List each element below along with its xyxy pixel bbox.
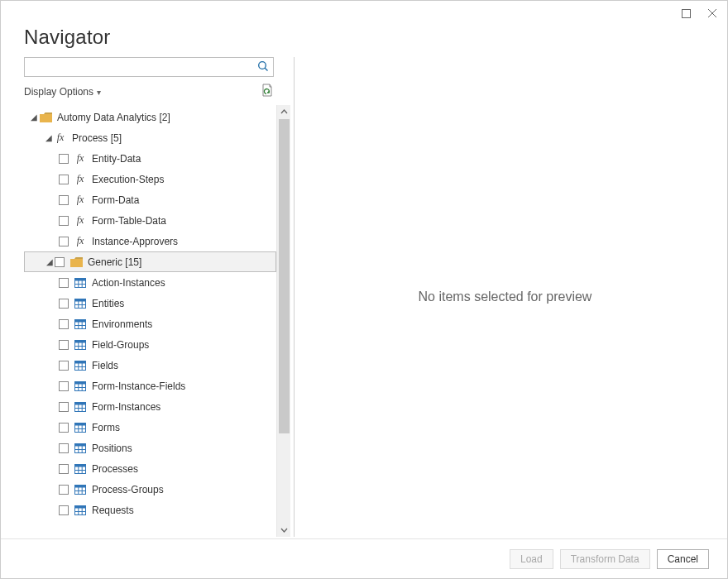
folder-icon [39, 111, 52, 124]
svg-rect-53 [75, 464, 86, 467]
tree-node-label: Process [5] [72, 132, 122, 144]
search-input[interactable] [24, 57, 274, 77]
tree-node-label: Form-Instance-Fields [92, 380, 185, 392]
fx-icon: fx [74, 194, 87, 207]
table-icon [74, 400, 87, 414]
folder-icon [69, 256, 83, 269]
checkbox[interactable] [59, 278, 69, 288]
checkbox[interactable] [59, 175, 69, 184]
checkbox[interactable] [59, 505, 69, 515]
svg-rect-38 [75, 402, 86, 404]
tree-node-process[interactable]: ◢ fx Process [5] [24, 127, 276, 148]
expander-icon[interactable]: ◢ [45, 257, 55, 266]
checkbox[interactable] [59, 237, 69, 246]
table-icon [74, 338, 87, 352]
tree-node-label: Instance-Approvers [92, 236, 178, 247]
cancel-button[interactable]: Cancel [657, 549, 709, 569]
tree-node-field-groups[interactable]: Field-Groups [24, 334, 276, 355]
tree-scrollbar[interactable] [276, 105, 290, 537]
table-icon [74, 297, 87, 310]
tree-viewport: ◢ Automy Data Analytics [2] ◢ fx Process… [24, 105, 290, 537]
tree-node-label: Environments [92, 318, 152, 330]
tree-node-environments[interactable]: Environments [24, 313, 276, 334]
checkbox[interactable] [59, 443, 69, 453]
checkbox[interactable] [59, 340, 69, 350]
tree-node-label: Automy Data Analytics [2] [57, 112, 170, 123]
svg-rect-18 [75, 319, 86, 322]
preview-pane: No items selected for preview [298, 57, 712, 537]
tree-node-entity-data[interactable]: fx Entity-Data [24, 148, 276, 169]
tree-node-label: Action-Instances [92, 277, 165, 289]
tree-node-root[interactable]: ◢ Automy Data Analytics [2] [24, 107, 276, 127]
svg-rect-58 [75, 485, 86, 487]
tree-node-form-data[interactable]: fx Form-Data [24, 189, 276, 210]
tree-node-form-instances[interactable]: Form-Instances [24, 396, 276, 417]
tree-node-label: Entity-Data [92, 153, 141, 165]
load-button[interactable]: Load [510, 549, 553, 569]
dialog-footer: Load Transform Data Cancel [1, 538, 727, 578]
tree-node-action-instances[interactable]: Action-Instances [24, 272, 276, 293]
transform-data-button[interactable]: Transform Data [560, 549, 650, 569]
checkbox[interactable] [59, 216, 69, 226]
tree-node-label: Fields [92, 360, 118, 371]
svg-rect-48 [75, 443, 86, 446]
tree-node-label: Forms [92, 422, 120, 433]
checkbox[interactable] [59, 154, 69, 164]
tree-node-generic[interactable]: ◢ Generic [15] [24, 251, 276, 272]
table-icon [74, 462, 87, 476]
expander-icon[interactable]: ◢ [29, 112, 39, 122]
scroll-up-icon[interactable] [277, 105, 291, 119]
tree-node-instance-approvers[interactable]: fx Instance-Approvers [24, 231, 276, 251]
tree-node-label: Process-Groups [92, 484, 164, 495]
tree-node-processes[interactable]: Processes [24, 458, 276, 479]
svg-rect-43 [75, 423, 86, 425]
checkbox[interactable] [59, 464, 69, 474]
table-icon [74, 276, 87, 290]
tree-node-positions[interactable]: Positions [24, 438, 276, 458]
preview-empty-message: No items selected for preview [419, 290, 592, 304]
pane-divider[interactable] [294, 57, 295, 537]
fx-icon: fx [54, 132, 67, 145]
svg-point-3 [259, 62, 266, 69]
tree-node-form-instance-fields[interactable]: Form-Instance-Fields [24, 376, 276, 396]
tree-node-execution-steps[interactable]: fx Execution-Steps [24, 169, 276, 189]
window-close-button[interactable] [704, 5, 721, 22]
fx-icon: fx [74, 235, 87, 248]
table-icon [74, 483, 87, 496]
checkbox[interactable] [59, 381, 69, 391]
svg-line-4 [265, 68, 267, 70]
checkbox[interactable] [59, 195, 69, 205]
checkbox[interactable] [59, 319, 69, 329]
tree-node-requests[interactable]: Requests [24, 500, 276, 520]
tree-node-label: Positions [92, 443, 132, 454]
navigator-tree[interactable]: ◢ Automy Data Analytics [2] ◢ fx Process… [24, 105, 276, 537]
scroll-down-icon[interactable] [277, 523, 291, 537]
checkbox[interactable] [59, 423, 69, 433]
checkbox[interactable] [55, 257, 65, 267]
window-maximize-button[interactable] [678, 5, 694, 22]
tree-node-label: Form-Data [92, 194, 139, 206]
tree-node-fields[interactable]: Fields [24, 355, 276, 376]
scroll-thumb[interactable] [279, 119, 290, 433]
window-titlebar [1, 1, 727, 26]
tree-node-forms[interactable]: Forms [24, 417, 276, 438]
tree-node-label: Processes [92, 463, 138, 475]
dialog-title: Navigator [24, 26, 706, 49]
expander-icon[interactable]: ◢ [44, 133, 54, 142]
tree-node-process-groups[interactable]: Process-Groups [24, 479, 276, 500]
checkbox[interactable] [59, 361, 69, 371]
table-icon [74, 504, 87, 517]
display-options-dropdown[interactable]: Display Options ▾ [24, 86, 101, 98]
checkbox[interactable] [59, 299, 69, 309]
tree-node-entities[interactable]: Entities [24, 293, 276, 313]
checkbox[interactable] [59, 485, 69, 495]
svg-rect-28 [75, 361, 86, 363]
svg-rect-8 [75, 278, 86, 280]
search-icon[interactable] [257, 60, 269, 75]
checkbox[interactable] [59, 402, 69, 412]
dialog-header: Navigator [1, 26, 727, 57]
svg-rect-63 [75, 505, 86, 508]
refresh-icon[interactable] [261, 84, 274, 100]
table-icon [74, 442, 87, 455]
tree-node-form-table-data[interactable]: fx Form-Table-Data [24, 210, 276, 231]
